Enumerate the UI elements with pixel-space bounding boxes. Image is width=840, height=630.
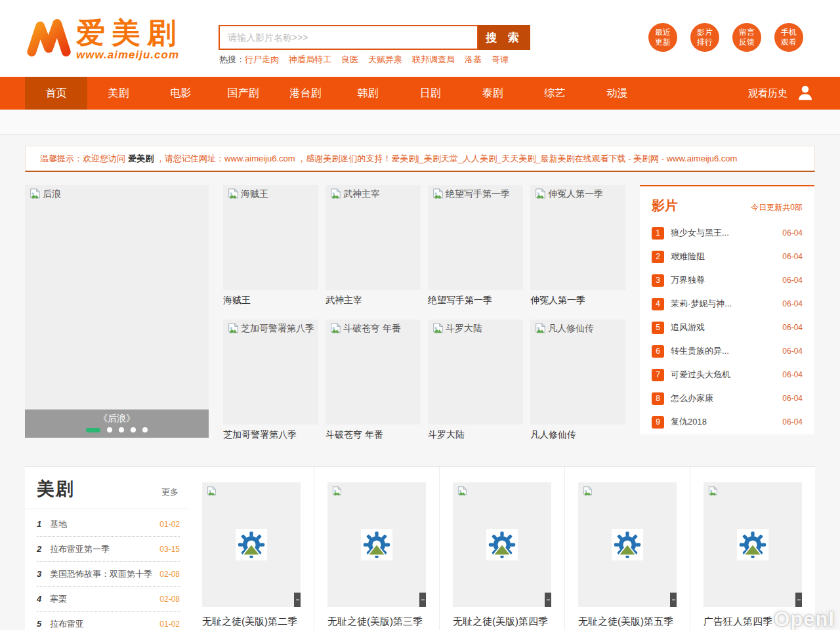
- ranking-item[interactable]: 8怎么办家康06-04: [652, 387, 803, 410]
- us-drama-item[interactable]: 4寒栗02-08: [37, 587, 180, 612]
- thumbnail-badge: [419, 593, 426, 607]
- carousel-caption-title: 《后浪》: [25, 413, 209, 425]
- ranking-item[interactable]: 5追风游戏06-04: [652, 316, 803, 339]
- drama-card[interactable]: 无耻之徒(美版)第三季 威廉姆·H·梅西 埃米·罗森 杰: [314, 467, 439, 630]
- hot-link[interactable]: 哥谭: [492, 54, 509, 64]
- feedback-button[interactable]: 留言反馈: [732, 23, 761, 52]
- us-drama-item[interactable]: 3美国恐怖故事：双面第十季02-08: [37, 562, 180, 587]
- hot-link[interactable]: 神盾局特工: [289, 54, 331, 64]
- broken-image-icon: [582, 486, 593, 499]
- drama-card[interactable]: 无耻之徒(美版)第二季 威廉姆·H·梅西 埃米·罗森 杰: [189, 467, 314, 630]
- logo-m-icon: [26, 17, 72, 62]
- rank-badge: 8: [652, 392, 664, 405]
- thumbnail-badge: [294, 593, 301, 607]
- drama-card[interactable]: 无耻之徒(美版)第五季 威廉姆·H·梅西 埃米·罗森 杰: [564, 467, 690, 630]
- film-ranking-button[interactable]: 影片排行: [690, 23, 719, 52]
- header: 爱美剧 www.aimeiju.com 搜 索 热搜：行尸走肉神盾局特工良医天赋…: [0, 0, 840, 77]
- broken-image-icon: [432, 323, 444, 337]
- hot-link[interactable]: 良医: [341, 54, 358, 64]
- featured-item[interactable]: 凡人修仙传 凡人修仙传: [530, 320, 625, 441]
- carousel[interactable]: 后浪 《后浪》: [25, 185, 209, 438]
- ranking-item[interactable]: 4茉莉·梦妮与神...06-04: [652, 292, 803, 316]
- broken-image-icon: [331, 486, 342, 499]
- ranking-title: 影片: [652, 197, 678, 215]
- nav-item-cn-drama[interactable]: 国产剧: [212, 77, 274, 110]
- nav-item-us-drama[interactable]: 美剧: [87, 77, 150, 110]
- ranking-item[interactable]: 3万界独尊06-04: [652, 268, 803, 292]
- us-drama-title: 美剧: [37, 477, 75, 501]
- ranking-update-note: 今日更新共0部: [751, 202, 803, 213]
- featured-item[interactable]: 斗破苍穹 年番 斗破苍穹 年番: [326, 320, 421, 441]
- nav-item-home[interactable]: 首页: [25, 77, 87, 110]
- site-logo[interactable]: 爱美剧 www.aimeiju.com: [26, 17, 182, 62]
- ranking-list: 1狼少女与黑王...06-04 2艰难险阻06-04 3万界独尊06-04 4茉…: [652, 221, 803, 434]
- mobile-watch-button[interactable]: 手机观看: [774, 23, 803, 52]
- carousel-dot[interactable]: [131, 427, 136, 432]
- us-drama-item[interactable]: 5拉布雷亚01-02: [37, 612, 180, 630]
- hot-link[interactable]: 联邦调查局: [412, 54, 455, 64]
- carousel-dot[interactable]: [86, 428, 100, 432]
- rank-badge: 6: [652, 345, 664, 358]
- recent-updates-button[interactable]: 最近更新: [648, 23, 677, 52]
- ranking-item[interactable]: 9复仇201806-04: [652, 410, 803, 434]
- featured-item[interactable]: 海贼王 海贼王: [223, 185, 318, 306]
- film-ranking-panel: 影片 今日更新共0部 1狼少女与黑王...06-04 2艰难险阻06-04 3万…: [640, 185, 814, 434]
- hot-link[interactable]: 行尸走肉: [245, 54, 279, 64]
- user-icon: [795, 83, 815, 104]
- broken-image-icon: [457, 486, 467, 499]
- search-bar: 搜 索: [219, 25, 530, 50]
- us-drama-item[interactable]: 1基地01-02: [37, 512, 180, 537]
- broken-image-icon: [329, 188, 341, 202]
- notice-prefix: 温馨提示：欢迎您访问: [40, 154, 125, 163]
- featured-title: 凡人修仙传: [530, 429, 625, 441]
- us-drama-list: 1基地01-02 2拉布雷亚第一季03-15 3美国恐怖故事：双面第十季02-0…: [25, 509, 189, 630]
- notice-suffix: ，请您记住网址：www.aimeiju6.com ，感谢美剧迷们的支持！爱美剧|…: [156, 154, 737, 163]
- carousel-broken-image: 后浪: [25, 185, 209, 205]
- thumbnail-badge: [795, 593, 802, 607]
- carousel-dot[interactable]: [107, 427, 112, 432]
- featured-item[interactable]: 绝望写手第一季 绝望写手第一季: [428, 185, 523, 306]
- watch-history[interactable]: 观看历史: [748, 83, 815, 104]
- card-thumbnail: [202, 482, 301, 607]
- hot-link[interactable]: 天赋异禀: [368, 54, 402, 64]
- watch-history-label: 观看历史: [748, 87, 788, 100]
- nav-item-jp-drama[interactable]: 日剧: [399, 77, 461, 110]
- broken-image-icon: [534, 188, 546, 202]
- hot-link[interactable]: 洛基: [465, 54, 482, 64]
- image-placeholder-gear-icon: [737, 529, 768, 560]
- page: 爱美剧 www.aimeiju.com 搜 索 热搜：行尸走肉神盾局特工良医天赋…: [0, 0, 840, 630]
- search-input[interactable]: [219, 25, 478, 50]
- image-placeholder-gear-icon: [361, 529, 392, 560]
- thumbnail-badge: [545, 593, 551, 607]
- featured-item[interactable]: 伸冤人第一季 伸冤人第一季: [530, 185, 625, 306]
- rank-badge: 3: [652, 274, 664, 287]
- logo-text: 爱美剧 www.aimeiju.com: [76, 17, 182, 62]
- rank-badge: 5: [652, 322, 664, 334]
- rank-badge: 9: [652, 416, 664, 429]
- featured-item[interactable]: 武神主宰 武神主宰: [326, 185, 421, 306]
- nav-item-th-drama[interactable]: 泰剧: [461, 77, 524, 110]
- carousel-dots: [25, 427, 209, 432]
- us-drama-more-link[interactable]: 更多: [161, 486, 178, 498]
- ranking-item[interactable]: 1狼少女与黑王...06-04: [652, 221, 803, 245]
- broken-image-icon: [227, 188, 239, 202]
- ranking-item[interactable]: 2艰难险阻06-04: [652, 245, 803, 268]
- nav-item-variety[interactable]: 综艺: [524, 77, 586, 110]
- nav-item-kr-drama[interactable]: 韩剧: [337, 77, 399, 110]
- search-button[interactable]: 搜 索: [478, 25, 530, 50]
- nav-item-hk-tw-drama[interactable]: 港台剧: [274, 77, 337, 110]
- carousel-dot[interactable]: [119, 427, 124, 432]
- us-drama-item[interactable]: 2拉布雷亚第一季03-15: [37, 537, 180, 562]
- ranking-item[interactable]: 7可爱过头大危机06-04: [652, 363, 803, 387]
- broken-image-icon: [432, 188, 444, 202]
- subnav-strip: [0, 110, 840, 135]
- featured-item[interactable]: 斗罗大陆 斗罗大陆: [428, 320, 523, 441]
- nav-item-movies[interactable]: 电影: [150, 77, 212, 110]
- broken-image-icon: [227, 323, 239, 337]
- featured-item[interactable]: 芝加哥警署第八季 芝加哥警署第八季: [223, 320, 318, 441]
- nav-item-anime[interactable]: 动漫: [586, 77, 648, 110]
- drama-card[interactable]: 无耻之徒(美版)第四季 威廉姆·H·梅西 埃米·罗森 杰: [439, 467, 564, 630]
- ranking-item[interactable]: 6转生贵族的异...06-04: [652, 339, 803, 363]
- carousel-dot[interactable]: [142, 427, 148, 432]
- drama-card[interactable]: 广告狂人第四季 乔恩·哈姆 詹纽瑞·琼斯 伊丽: [690, 467, 815, 630]
